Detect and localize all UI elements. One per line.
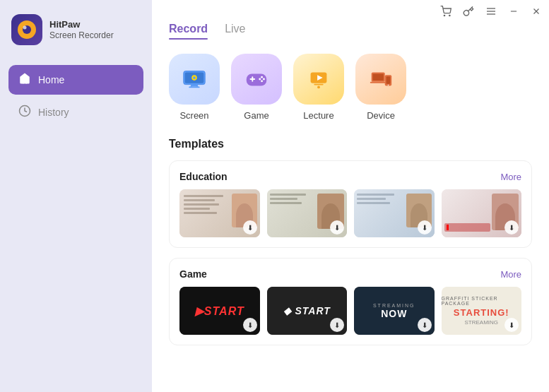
mode-lecture[interactable]: Lecture [293, 54, 344, 121]
svg-point-10 [23, 26, 27, 30]
templates-title: Templates [169, 138, 532, 150]
svg-point-0 [444, 15, 444, 16]
edu-4-download[interactable]: ⬇ [504, 220, 519, 234]
svg-rect-33 [370, 82, 386, 83]
education-more-button[interactable]: More [500, 172, 521, 182]
game-2-download[interactable]: ⬇ [330, 318, 344, 332]
svg-point-25 [259, 78, 261, 81]
svg-point-15 [193, 76, 196, 79]
tab-bar: Record Live [152, 23, 549, 40]
education-group-header: Education More [179, 171, 521, 182]
device-mode-icon-wrap [355, 54, 406, 105]
history-label: History [38, 107, 69, 118]
game-template-4[interactable]: GRAFFITI STICKER PACKAGE STARTING! STREA… [442, 287, 522, 335]
templates-section: Templates Education More [152, 138, 549, 392]
nav-history[interactable]: History [8, 97, 143, 127]
lecture-mode-icon-wrap [293, 54, 344, 105]
edu-template-4[interactable]: ⬇ [442, 189, 522, 237]
tab-live[interactable]: Live [225, 23, 245, 40]
edu-template-1[interactable]: ⬇ [179, 189, 260, 237]
game-group-header: Game More [179, 268, 521, 280]
game-mode-label: Game [244, 110, 268, 121]
edu-2-download[interactable]: ⬇ [330, 220, 344, 234]
template-group-education: Education More [169, 160, 532, 248]
game-template-3[interactable]: STREAMING NOW ⬇ [354, 287, 435, 335]
mode-screen[interactable]: Screen [169, 54, 220, 121]
home-icon [18, 72, 31, 88]
game-more-button[interactable]: More [500, 269, 521, 280]
app-title-area: HitPaw Screen Recorder [49, 19, 114, 40]
title-bar [153, 0, 549, 23]
svg-point-26 [261, 80, 263, 82]
nav-home[interactable]: Home [8, 65, 143, 95]
mode-device[interactable]: Device [355, 54, 406, 121]
device-mode-label: Device [367, 110, 395, 121]
svg-point-30 [317, 86, 320, 89]
education-template-items: ⬇ ⬇ [179, 189, 521, 237]
svg-rect-35 [386, 76, 391, 83]
screen-mode-label: Screen [179, 110, 208, 121]
edu-template-2[interactable]: ⬇ [267, 189, 348, 237]
svg-rect-32 [373, 73, 384, 81]
home-label: Home [38, 74, 64, 85]
svg-point-24 [263, 78, 265, 81]
edu-template-3[interactable]: ⬇ [354, 189, 435, 237]
game-template-items: ▶START ⬇ ◆ START ⬇ STREAMING NOW ⬇ [179, 287, 521, 335]
screen-mode-icon-wrap [169, 54, 220, 105]
sidebar: HitPaw Screen Recorder Home History [0, 0, 152, 392]
recording-modes: Screen Game [152, 54, 549, 121]
app-logo [11, 14, 42, 45]
game-template-1[interactable]: ▶START ⬇ [179, 287, 260, 335]
app-subtitle: Screen Recorder [49, 30, 114, 40]
edu-1-download[interactable]: ⬇ [243, 220, 257, 234]
game-1-download[interactable]: ⬇ [243, 318, 257, 332]
close-button[interactable] [529, 4, 543, 18]
template-group-game: Game More ▶START ⬇ ◆ START ⬇ [169, 258, 532, 345]
key-icon[interactable] [461, 4, 476, 18]
main-content: Record Live Screen [152, 0, 549, 392]
app-name: HitPaw [49, 19, 114, 30]
game-3-download[interactable]: ⬇ [418, 318, 432, 332]
lecture-mode-label: Lecture [303, 110, 333, 121]
svg-rect-17 [189, 86, 199, 88]
cart-icon[interactable] [439, 4, 453, 18]
game-4-download[interactable]: ⬇ [504, 318, 519, 332]
minimize-button[interactable] [507, 4, 521, 18]
game-template-2[interactable]: ◆ START ⬇ [267, 287, 348, 335]
history-icon [18, 105, 31, 120]
mode-game[interactable]: Game [231, 54, 282, 121]
svg-point-23 [261, 76, 263, 78]
logo-area: HitPaw Screen Recorder [8, 14, 143, 45]
svg-rect-22 [252, 76, 253, 82]
game-mode-icon-wrap [231, 54, 282, 105]
edu-3-download[interactable]: ⬇ [418, 220, 432, 234]
svg-point-1 [449, 15, 450, 16]
game-group-name: Game [179, 268, 207, 280]
menu-icon[interactable] [484, 4, 498, 18]
tab-record[interactable]: Record [169, 23, 208, 40]
education-group-name: Education [179, 171, 228, 182]
svg-point-36 [388, 85, 389, 86]
